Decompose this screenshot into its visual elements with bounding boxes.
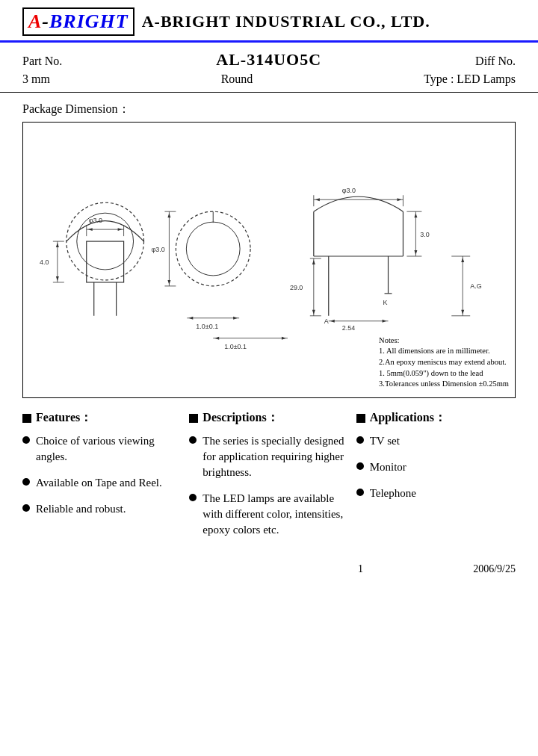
description-text-1: The series is specially designed for app… (202, 433, 348, 480)
bullet-1 (22, 436, 30, 444)
desc-bullet-1 (189, 436, 197, 444)
notes-header: Notes: (379, 335, 509, 347)
description-item-2: The LED lamps are available with differe… (189, 491, 348, 538)
application-item-2: Monitor (356, 459, 516, 475)
applications-header-label: Applications： (370, 410, 446, 426)
logo-dash: - (42, 10, 49, 32)
descriptions-header-label: Descriptions： (202, 410, 278, 426)
applications-header-icon (356, 414, 365, 423)
svg-text:4.0: 4.0 (40, 258, 49, 266)
feature-item-2: Available on Tape and Reel. (22, 475, 182, 491)
application-text-3: Telephone (370, 486, 516, 501)
svg-text:29.0: 29.0 (290, 284, 303, 291)
app-bullet-2 (356, 462, 364, 470)
features-header-icon (22, 414, 31, 423)
feature-text-1: Choice of various viewing angles. (36, 433, 182, 465)
descriptions-header: Descriptions： (189, 410, 348, 426)
features-col: Features： Choice of various viewing angl… (22, 410, 189, 548)
bullet-2 (22, 478, 30, 486)
svg-marker-67 (461, 258, 464, 262)
svg-text:3.0: 3.0 (420, 231, 429, 238)
part-info: Part No. AL-314UO5C Diff No. 3 mm Round … (0, 43, 538, 93)
part-no-label: Part No. (22, 55, 62, 68)
svg-marker-55 (312, 260, 315, 264)
svg-marker-45 (315, 198, 320, 201)
application-item-3: Telephone (356, 486, 516, 501)
company-name: A-BRIGHT INDUSTRIAL CO., LTD. (142, 12, 430, 31)
package-diagram: φ3.0 4.0 φ3.0 1.0±0.1 (22, 122, 516, 398)
svg-text:φ3.0: φ3.0 (342, 187, 356, 194)
app-bullet-1 (356, 436, 364, 444)
svg-marker-46 (397, 198, 401, 201)
feature-text-2: Available on Tape and Reel. (36, 475, 182, 491)
svg-marker-50 (383, 320, 387, 323)
part-type: Type : LED Lamps (424, 72, 516, 86)
part-no-value: AL-314UO5C (216, 50, 321, 69)
svg-text:A: A (324, 317, 329, 325)
svg-text:K: K (383, 299, 388, 306)
notes-line-3: 1. 5mm(0.059") down to the lead (379, 368, 509, 379)
notes-line-4: 3.Tolerances unless Dimension ±0.25mm (379, 379, 509, 390)
bullet-3 (22, 504, 30, 512)
part-size: 3 mm (22, 72, 50, 86)
logo: A-BRIGHT (22, 7, 134, 36)
svg-text:A.G: A.G (470, 282, 481, 290)
svg-text:1.0±0.1: 1.0±0.1 (196, 323, 218, 330)
svg-text:1.0±0.1: 1.0±0.1 (224, 343, 247, 350)
descriptions-col: Descriptions： The series is specially de… (189, 410, 356, 548)
application-text-1: TV set (370, 433, 516, 449)
feature-item-1: Choice of various viewing angles. (22, 433, 182, 465)
features-header-label: Features： (36, 410, 92, 426)
application-item-1: TV set (356, 433, 516, 449)
svg-point-18 (186, 222, 240, 276)
feature-item-3: Reliable and robust. (22, 501, 182, 517)
diff-no-label: Diff No. (475, 55, 516, 68)
package-section: Package Dimension： (0, 93, 538, 398)
descriptions-header-icon (189, 414, 198, 423)
svg-marker-39 (414, 213, 417, 217)
notes-line-2: 2.An epoxy meniscus may extend about. (379, 357, 509, 368)
applications-col: Applications： TV set Monitor Telephone (356, 410, 516, 548)
notes-line-1: 1. All dimensions are in millimeter. (379, 346, 509, 357)
header: A-BRIGHT A-BRIGHT INDUSTRIAL CO., LTD. (0, 0, 538, 43)
svg-text:φ3.0: φ3.0 (89, 217, 102, 224)
description-item-1: The series is specially designed for app… (189, 433, 348, 480)
logo-a: A (28, 10, 42, 32)
svg-marker-28 (233, 317, 238, 320)
footer-page: 1 (248, 563, 474, 575)
svg-text:φ3.0: φ3.0 (151, 246, 164, 253)
svg-marker-8 (56, 243, 59, 247)
part-shape: Round (221, 72, 253, 86)
svg-marker-40 (414, 250, 417, 255)
svg-marker-13 (88, 228, 93, 231)
desc-bullet-2 (189, 494, 197, 501)
svg-marker-9 (56, 276, 59, 281)
app-bullet-3 (356, 489, 364, 496)
svg-marker-14 (118, 228, 123, 231)
svg-rect-2 (87, 241, 124, 282)
footer-date: 2006/9/25 (473, 563, 516, 575)
svg-marker-68 (461, 310, 464, 315)
svg-marker-27 (188, 317, 193, 320)
feature-text-3: Reliable and robust. (36, 501, 182, 517)
svg-marker-24 (167, 280, 170, 285)
package-title: Package Dimension： (22, 102, 516, 117)
svg-marker-60 (282, 337, 286, 340)
application-text-2: Monitor (370, 459, 516, 475)
svg-text:2.54: 2.54 (342, 324, 355, 332)
applications-header: Applications： (356, 410, 516, 426)
notes-box: Notes: 1. All dimensions are in millimet… (379, 335, 509, 390)
logo-bright: BRIGHT (49, 10, 129, 32)
features-header: Features： (22, 410, 182, 426)
description-text-2: The LED lamps are available with differe… (202, 491, 348, 538)
svg-marker-59 (214, 337, 219, 340)
three-col-section: Features： Choice of various viewing angl… (0, 398, 538, 548)
svg-marker-23 (167, 213, 170, 217)
svg-marker-56 (312, 310, 315, 315)
svg-marker-49 (330, 320, 335, 323)
footer: 1 2006/9/25 (0, 548, 538, 583)
